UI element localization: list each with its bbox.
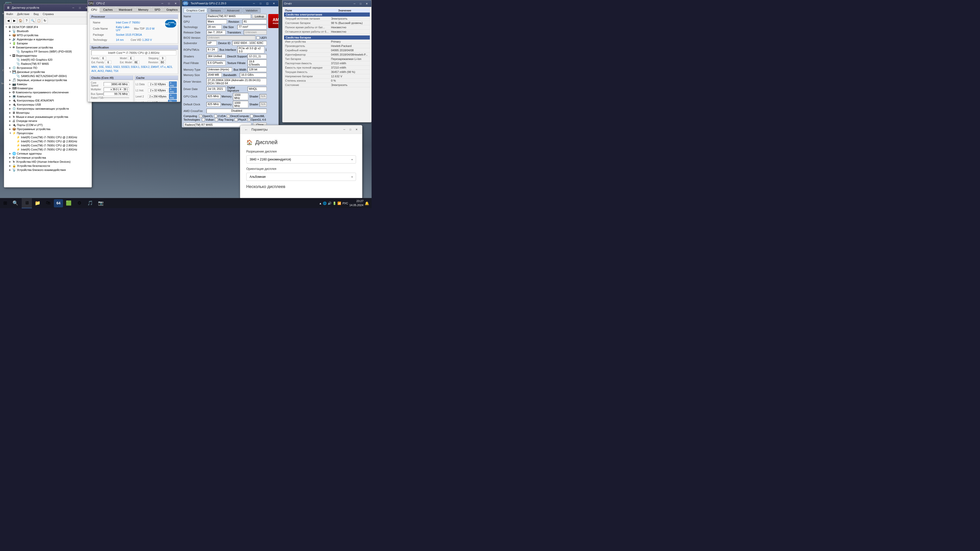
gpuz-businterface-info[interactable]: ℹ xyxy=(266,48,267,52)
taskbar-language[interactable]: РУС xyxy=(342,202,348,205)
taskbar-app-store[interactable]: 🛍 xyxy=(43,198,53,208)
tree-item[interactable]: ▼👁Биометрические устройства xyxy=(5,45,91,49)
gpuz-minimize-btn[interactable]: ─ xyxy=(251,1,257,6)
tree-item[interactable]: ▼🖥DESKTOP-SB0FJF4 xyxy=(5,25,91,29)
taskbar-search-btn[interactable]: 🔍 xyxy=(10,198,21,208)
tree-item[interactable]: ▶🖨Очереди печати xyxy=(5,119,91,123)
gpuz-opengl-checkbox[interactable] xyxy=(247,118,250,121)
tree-item[interactable]: 📎Radeon(TM) R7 M465 xyxy=(5,62,91,66)
gpuz-raytracing-checkbox[interactable] xyxy=(215,118,218,121)
gpuz-uefi-check[interactable] xyxy=(256,36,259,39)
tree-item[interactable]: ▶🔌Контроллеры IDE ATA/ATAPI xyxy=(5,98,91,103)
gpuz-physx-checkbox[interactable] xyxy=(234,118,238,121)
cpuz-tab-graphics[interactable]: Graphics xyxy=(164,7,180,12)
tree-item[interactable]: ▶🔌Контроллеры USB xyxy=(5,103,91,106)
taskbar-network-icon[interactable]: 🌐 xyxy=(323,202,327,205)
params-resolution-dropdown[interactable]: 3840 × 2160 (рекомендуется) ▾ xyxy=(246,156,356,164)
tree-item[interactable]: 📎Intel(R) HD Graphics 620 xyxy=(5,58,91,62)
tree-item[interactable]: ▶💿Встроенное ПО xyxy=(5,66,91,70)
taskbar-bluetooth-icon[interactable]: 📶 xyxy=(337,202,341,205)
battery-close-btn[interactable]: ✕ xyxy=(364,1,370,6)
gpuz-restore-btn[interactable]: □ xyxy=(258,1,264,6)
devman-search-btn[interactable]: 🔍 xyxy=(30,18,35,24)
devman-back-btn[interactable]: ◀ xyxy=(5,18,11,24)
params-maximize-btn[interactable]: □ xyxy=(347,127,353,132)
taskbar-battery-icon[interactable]: 🔋 xyxy=(332,202,336,205)
cpuz-tab-cpu[interactable]: CPU xyxy=(88,7,100,12)
devman-forward-btn[interactable]: ▶ xyxy=(11,18,17,24)
tree-item[interactable]: ▶⚙Системные устройства xyxy=(5,156,91,160)
taskbar-time-area[interactable]: 23:27 14.05.2024 xyxy=(349,199,363,207)
tree-item[interactable]: ▶🖱Устройства HID (Human Interface Device… xyxy=(5,160,91,164)
gpuz-tab-advanced[interactable]: Advanced xyxy=(224,8,242,13)
taskbar-app-capture[interactable]: 📷 xyxy=(96,198,106,208)
tree-item[interactable]: ▶💻Компьютер xyxy=(5,94,91,98)
gpuz-tab-sensors[interactable]: Sensors xyxy=(208,8,224,13)
taskbar-start-btn[interactable]: ⊞ xyxy=(0,198,10,208)
taskbar-app-settings[interactable]: ⚙ xyxy=(74,198,84,208)
tree-item[interactable]: ▼💾Дисковые устройства xyxy=(5,70,91,74)
tree-item[interactable]: ▶🖥Мониторы xyxy=(5,111,91,115)
gpuz-cuda-checkbox[interactable] xyxy=(214,114,217,118)
tree-item[interactable]: ▼🖼Видеоадаптеры xyxy=(5,54,91,58)
tree-item[interactable]: ▶📡Устройства близкого взаимодействия xyxy=(5,168,91,172)
tree-item[interactable]: ▶⚙Компоненты программного обеспечения xyxy=(5,90,91,94)
cpuz-minimize-btn[interactable]: ─ xyxy=(159,1,165,6)
tree-item[interactable]: ▼⚡Процессоры xyxy=(5,131,91,135)
devman-menu-help[interactable]: Справка xyxy=(41,12,56,16)
tree-item[interactable]: ⚡Intel(R) Core(TM) i7-7600U CPU @ 2.80GH… xyxy=(5,148,91,151)
gpuz-vulkan-checkbox[interactable] xyxy=(202,118,205,121)
taskbar-chevron[interactable]: ▲ xyxy=(319,202,322,205)
tree-item[interactable]: ▶📦Программные устройства xyxy=(5,127,91,131)
cpuz-tab-mainboard[interactable]: Mainboard xyxy=(116,7,135,12)
tree-item[interactable]: ▼🔋Батареи xyxy=(5,41,91,45)
tree-item[interactable]: ⚡Intel(R) Core(TM) i7-7600U CPU @ 2.80GH… xyxy=(5,135,91,139)
taskbar-notifications[interactable]: 🔔 xyxy=(365,201,369,205)
gpuz-directcompute-checkbox[interactable] xyxy=(227,114,230,118)
taskbar-app-green[interactable]: 🟩 xyxy=(64,198,74,208)
tree-item[interactable]: ▶🔌Порты (COM и LPT) xyxy=(5,123,91,127)
devman-home-btn[interactable]: 🏠 xyxy=(18,18,23,24)
gpuz-directml-checkbox[interactable] xyxy=(250,114,253,118)
taskbar-app-media[interactable]: 🎵 xyxy=(85,198,95,208)
tree-item[interactable]: ▶💿Контроллеры запоминающих устройств xyxy=(5,106,91,111)
params-close-btn[interactable]: ✕ xyxy=(353,127,360,132)
tree-item[interactable]: ▶📷Камеры xyxy=(5,82,91,86)
tree-item[interactable]: ▶📦MTD-устройства xyxy=(5,33,91,37)
battery-minimize-btn[interactable]: ─ xyxy=(352,1,358,6)
params-orientation-dropdown[interactable]: Альбомная ▾ xyxy=(246,173,356,181)
taskbar-app-cpuid[interactable]: 64 xyxy=(54,199,63,207)
taskbar-sound-icon[interactable]: 🔊 xyxy=(328,202,331,205)
tree-item[interactable]: ▶🖱Мыши и иные указывающие устройства xyxy=(5,115,91,119)
devman-menu-action[interactable]: Действие xyxy=(15,12,32,16)
tree-item[interactable]: ⚡Intel(R) Core(TM) i7-7600U CPU @ 2.80GH… xyxy=(5,139,91,143)
taskbar-app-devman[interactable]: 🖥 xyxy=(22,198,32,208)
devman-menu-file[interactable]: Файл xyxy=(4,12,15,16)
cpuz-tab-memory[interactable]: Memory xyxy=(135,7,151,12)
gpuz-tab-graphics[interactable]: Graphics Card xyxy=(183,8,207,13)
devman-maximize-btn[interactable]: □ xyxy=(77,5,83,10)
tree-item[interactable]: ▶📡Bluetooth xyxy=(5,29,91,33)
taskbar-app-explorer[interactable]: 📁 xyxy=(32,198,43,208)
gpuz-resize-btn[interactable]: ◫ xyxy=(264,1,270,6)
params-minimize-btn[interactable]: ─ xyxy=(341,127,347,132)
devman-minimize-btn[interactable]: ─ xyxy=(70,5,76,10)
cpuz-close-btn[interactable]: ✕ xyxy=(172,1,179,6)
gpuz-opencl-checkbox[interactable] xyxy=(199,114,202,118)
tree-item[interactable]: ⚡Intel(R) Core(TM) i7-7600U CPU @ 2.80GH… xyxy=(5,143,91,148)
battery-maximize-btn[interactable]: □ xyxy=(358,1,364,6)
gpuz-close-btn[interactable]: ✕ xyxy=(271,1,277,6)
devman-refresh-btn[interactable]: ↻ xyxy=(42,18,48,24)
tree-item[interactable]: ▶🎵Звуковые, игровые и видеоустройства xyxy=(5,78,91,82)
params-back-btn[interactable]: ← xyxy=(243,126,250,133)
cpuz-tab-spd[interactable]: SPD xyxy=(151,7,163,12)
gpuz-tab-validation[interactable]: Validation xyxy=(243,8,261,13)
devman-properties-btn[interactable]: 📋 xyxy=(36,18,41,24)
gpuz-lookup-btn[interactable]: Lookup xyxy=(252,14,267,19)
tree-item[interactable]: 📎Synaptics FP Sensors (WBF) (PID=003f) xyxy=(5,49,91,54)
tree-item[interactable]: 📎SAMSUNG MZ7LN256HCHP-000H1 xyxy=(5,74,91,78)
tree-item[interactable]: ▶🌐Сетевые адаптеры xyxy=(5,151,91,156)
devman-help-btn[interactable]: ? xyxy=(24,18,29,24)
tree-item[interactable]: ▶🔊Аудиовходы и аудиовыходы xyxy=(5,37,91,41)
cpuz-maximize-btn[interactable]: □ xyxy=(166,1,172,6)
